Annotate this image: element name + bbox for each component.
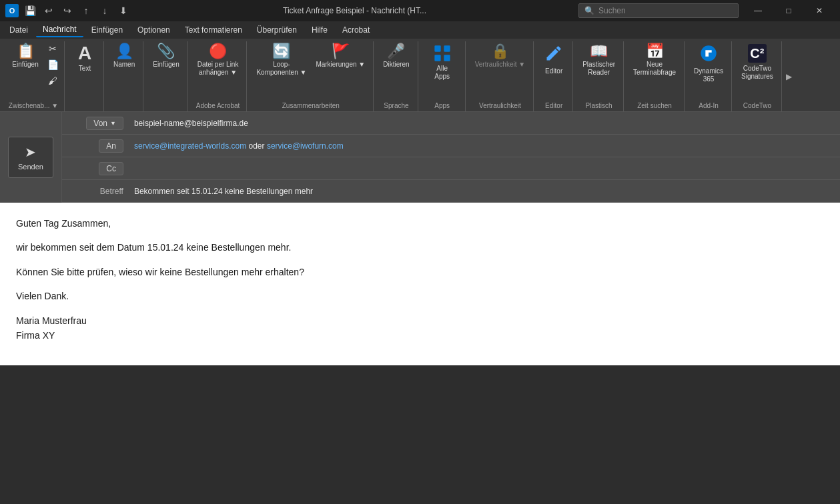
von-button[interactable]: Von ▼ (86, 117, 123, 130)
loop-icon: 🔄 (272, 44, 290, 59)
save-button[interactable]: 💾 (23, 3, 37, 18)
sprache-label: Sprache (384, 101, 408, 111)
datei-link-button[interactable]: 🔴 Datei per Link anhängen ▼ (193, 41, 243, 79)
einfuegen-icon: 📋 (17, 44, 35, 59)
close-button[interactable]: ✕ (804, 0, 835, 21)
vertraulichkeit-icon: 🔒 (491, 44, 509, 59)
undo-button[interactable]: ↩ (41, 3, 56, 18)
email-name: Maria Musterfrau (16, 315, 87, 326)
ribbon-group-namen: 👤 Namen (105, 41, 143, 111)
email-body[interactable]: Guten Tag Zusammen, wir bekommen seit de… (0, 203, 840, 365)
send-button[interactable]: ➤ Senden (8, 137, 53, 178)
an-button[interactable]: An (99, 139, 123, 153)
einfuegen-button[interactable]: 📋 Einfügen (7, 41, 44, 71)
maximize-button[interactable]: □ (773, 0, 804, 21)
menu-datei[interactable]: Datei (3, 23, 35, 37)
einfuegen-clip-icon: 📎 (157, 44, 175, 59)
ribbon-group-apps: Alle Apps Apps (420, 41, 466, 111)
loop-button[interactable]: 🔄 Loop- Komponenten ▼ (252, 41, 310, 79)
plastischer-reader-button[interactable]: 📖 Plastischer Reader (578, 41, 619, 79)
menu-bar: Datei Nachricht Einfügen Optionen Text f… (0, 21, 840, 39)
von-value: beispiel-name@beispielfirma.de (129, 116, 840, 131)
menu-ueberpruefen[interactable]: Überprüfen (250, 23, 304, 37)
down-button[interactable]: ↓ (97, 3, 112, 18)
svg-rect-3 (444, 55, 450, 61)
diktieren-icon: 🎤 (387, 44, 405, 59)
ribbon-group-zwischenablage: 📋 Einfügen ✂ 📄 🖌 Zwischenab... ▼ (3, 41, 65, 111)
alle-apps-icon (433, 44, 452, 63)
alle-apps-button[interactable]: Alle Apps (424, 41, 461, 83)
einfuegen-clip-button[interactable]: 📎 Einfügen (149, 41, 183, 71)
minimize-button[interactable]: — (743, 0, 773, 21)
up-button[interactable]: ↑ (79, 3, 93, 18)
ribbon-group-vertraulichkeit: 🔒 Vertraulichkeit ▼ Vertraulichkeit (467, 41, 534, 111)
text-button[interactable]: A Text (70, 41, 99, 75)
window-controls: — □ ✕ (743, 0, 835, 21)
dynamics365-icon (699, 44, 718, 65)
codetwo-label: CodeTwo (743, 101, 771, 111)
title-bar: O 💾 ↩ ↪ ↑ ↓ ⬇ Ticket Anfrage Beispiel - … (0, 0, 840, 21)
namen-icon: 👤 (115, 44, 133, 59)
zeit-label: Zeit suchen (637, 101, 672, 111)
search-placeholder: Suchen (598, 6, 626, 15)
customize-button[interactable]: ⬇ (116, 3, 131, 18)
markierungen-icon: 🚩 (332, 44, 350, 59)
plastisch-label: Plastisch (586, 101, 612, 111)
menu-nachricht[interactable]: Nachricht (36, 23, 83, 37)
svg-rect-2 (434, 55, 440, 61)
betreff-label: Betreff (62, 187, 129, 196)
namen-button[interactable]: 👤 Namen (109, 41, 139, 71)
send-icon: ➤ (25, 144, 36, 160)
window-title: Ticket Anfrage Beispiel - Nachricht (HT.… (135, 6, 574, 15)
ribbon-group-zeit: 📅 Neue Terminabfrage Zeit suchen (625, 41, 685, 111)
send-area: ➤ Senden (0, 112, 62, 203)
menu-text-formatieren[interactable]: Text formatieren (178, 23, 249, 37)
zwischenablage-label: Zwischenab... ▼ (9, 101, 58, 111)
apps-label: Apps (434, 101, 450, 111)
redo-button[interactable]: ↪ (60, 3, 75, 18)
text-icon: A (78, 44, 91, 63)
ribbon-group-adobe: 🔴 Datei per Link anhängen ▼ Adobe Acroba… (189, 41, 248, 111)
dynamics-label: Add-In (699, 101, 718, 111)
ribbon-group-zusammenarbeiten: 🔄 Loop- Komponenten ▼ 🚩 Markierungen ▼ Z… (248, 41, 374, 111)
compose-header: ➤ Senden Von ▼ beispiel-name@beispielfir… (0, 112, 840, 203)
an-value[interactable]: service@integrated-worlds.com oder servi… (129, 139, 840, 153)
diktieren-button[interactable]: 🎤 Diktieren (379, 41, 413, 71)
email-line1: wir bekommen seit dem Datum 15.01.24 kei… (16, 240, 824, 255)
an-separator: oder (246, 141, 267, 151)
neue-terminabfrage-button[interactable]: 📅 Neue Terminabfrage (629, 41, 680, 79)
codetwo-icon: C² (748, 44, 767, 63)
email-greeting: Guten Tag Zusammen, (16, 216, 824, 231)
cc-row: Cc (62, 157, 840, 180)
editor-label: Editor (545, 101, 562, 111)
from-row: Von ▼ beispiel-name@beispielfirma.de (62, 112, 840, 135)
ribbon-group-einfuegen: 📎 Einfügen (145, 41, 187, 111)
ausschneiden-button[interactable]: ✂ (45, 41, 60, 56)
dynamics365-button[interactable]: Dynamics 365 (690, 41, 727, 86)
editor-icon (544, 44, 563, 65)
kopieren-button[interactable]: 📄 (45, 57, 60, 72)
format-button[interactable]: 🖌 (45, 73, 60, 88)
search-icon: 🔍 (584, 6, 594, 15)
plastischer-reader-icon: 📖 (590, 44, 608, 59)
datei-link-icon: 🔴 (209, 44, 227, 59)
betreff-value[interactable]: Bekommen seit 15.01.24 keine Bestellunge… (129, 184, 840, 199)
menu-einfuegen[interactable]: Einfügen (85, 23, 129, 37)
menu-acrobat[interactable]: Acrobat (336, 23, 376, 37)
an-email-1: service@integrated-worlds.com (134, 141, 246, 151)
email-line2: Können Sie bitte prüfen, wieso wir keine… (16, 265, 824, 279)
cc-value[interactable] (129, 166, 840, 171)
codetwo-signatures-button[interactable]: C² CodeTwo Signatures (737, 41, 777, 83)
vertraulichkeit-label: Vertraulichkeit (479, 101, 521, 111)
ribbon-group-plastisch: 📖 Plastischer Reader Plastisch (574, 41, 624, 111)
menu-hilfe[interactable]: Hilfe (305, 23, 334, 37)
search-box[interactable]: 🔍 Suchen (578, 3, 739, 18)
vertraulichkeit-button[interactable]: 🔒 Vertraulichkeit ▼ (471, 41, 529, 71)
menu-optionen[interactable]: Optionen (131, 23, 177, 37)
adobe-label: Adobe Acrobat (196, 101, 240, 111)
ribbon-group-codetwo: C² CodeTwo Signatures CodeTwo (733, 41, 782, 111)
ribbon-expand-button[interactable]: ▶ (783, 41, 795, 111)
cc-button[interactable]: Cc (99, 162, 123, 175)
editor-button[interactable]: Editor (539, 41, 568, 78)
markierungen-button[interactable]: 🚩 Markierungen ▼ (312, 41, 369, 71)
